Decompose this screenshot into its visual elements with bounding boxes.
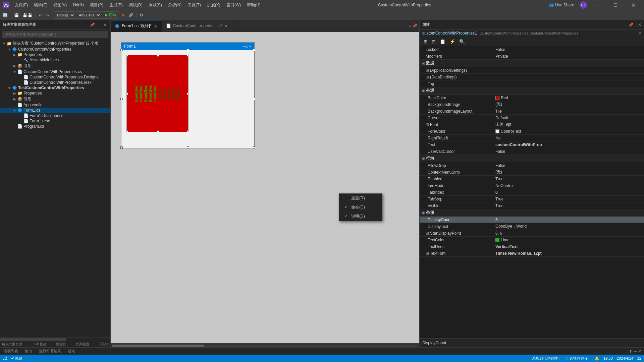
props-alphabetical-button[interactable]: ⊟	[430, 38, 437, 45]
debug-config-select[interactable]: Debug	[54, 11, 75, 19]
form-maximize-btn[interactable]: □	[246, 45, 248, 48]
redo-button[interactable]: ↪	[44, 12, 50, 18]
tab-custom-control[interactable]: 📄 CustomContr...roperties.cs* ✕	[162, 20, 233, 32]
status-select-repo[interactable]: ◇ 选择存储库 ↑	[565, 356, 591, 361]
sidebar-pin-button[interactable]: 📌	[89, 22, 96, 27]
tree-item-ref1[interactable]: ▶ 📦 引用	[0, 63, 110, 69]
save-button[interactable]: 💾	[13, 12, 20, 18]
ctx-menu-description[interactable]: ✓ 说明(D)	[339, 212, 382, 221]
prop-row-textdirect[interactable]: TextDirect VerticalText	[420, 243, 644, 250]
props-categorized-button[interactable]: ⊞	[422, 38, 429, 45]
tree-item-form1resx[interactable]: 📄 Form1.resx	[0, 118, 110, 124]
bottom-expand-icon[interactable]: ⬆	[629, 349, 632, 354]
prop-row-text[interactable]: Text customControlWithProp	[420, 141, 644, 148]
prop-row-tabstop[interactable]: TabStop True	[420, 196, 644, 202]
prop-row-allowdrop[interactable]: AllowDrop False	[420, 162, 644, 169]
bottom-minimize-icon[interactable]: ─	[634, 349, 637, 354]
menu-item-生成[interactable]: 生成(B)	[107, 2, 125, 9]
save-all-button[interactable]: 💾💾	[21, 12, 34, 18]
tree-item-ref2[interactable]: ▶ 📦 引用	[0, 96, 110, 102]
ctx-menu-command[interactable]: ✓ 命令(C)	[339, 203, 382, 212]
props-close-button[interactable]: ✕	[638, 22, 641, 27]
props-group-misc[interactable]: ▣ 杂项	[420, 209, 644, 217]
menu-item-项目[interactable]: 项目(P)	[87, 2, 106, 9]
prop-row-font[interactable]: ⊞Font 宋体, 9pt	[420, 121, 644, 128]
form-window[interactable]: Form1 ─ □ ✕	[121, 42, 255, 149]
menu-item-git[interactable]: Git(G)	[70, 2, 87, 9]
props-group-appearance[interactable]: ▣ 外观	[420, 87, 644, 95]
tree-item-properties2[interactable]: ▶ 📁 Properties	[0, 90, 110, 96]
ctx-menu-reset[interactable]: 重置(R)	[339, 194, 382, 203]
prop-row-databindings[interactable]: ⊞(DataBindings)	[420, 74, 644, 80]
prop-row-forecolor[interactable]: ForeColor ControlText	[420, 128, 644, 135]
menu-item-窗口[interactable]: 窗口(W)	[224, 2, 244, 9]
prop-row-cursor[interactable]: Cursor Default	[420, 115, 644, 121]
tree-item-assemblyinfo[interactable]: 🔧 AssemblyInfo.cs	[0, 57, 110, 63]
menu-item-工具[interactable]: 工具(T)	[185, 2, 203, 9]
design-canvas[interactable]: Form1 ─ □ ✕	[111, 32, 419, 343]
sidebar-search-input[interactable]	[2, 31, 108, 38]
prop-row-enabled[interactable]: Enabled True	[420, 176, 644, 182]
prop-row-tabindex[interactable]: TabIndex 0	[420, 189, 644, 196]
form-minimize-btn[interactable]: ─	[243, 45, 246, 48]
menu-item-调试[interactable]: 调试(D)	[126, 2, 145, 9]
prop-row-imemode[interactable]: ImeMode NoControl	[420, 182, 644, 189]
menu-item-扩展[interactable]: 扩展(X)	[204, 2, 223, 9]
tree-item-appconfig[interactable]: 📄 App.config	[0, 102, 110, 108]
sidebar-minimize-button[interactable]: ─	[97, 22, 102, 27]
sidebar-close-button[interactable]: ✕	[102, 22, 108, 27]
tree-item-form1[interactable]: ▼ 🔷 Form1.cs	[0, 108, 110, 113]
tab-close-button[interactable]: ✕	[154, 23, 158, 29]
stop-button[interactable]: ⏹	[120, 12, 126, 18]
prop-row-backcolor[interactable]: BackColor Red	[420, 95, 644, 101]
bottom-tab-solution[interactable]: 解决方案资源...	[2, 342, 25, 347]
bottom-tab-resview[interactable]: 资源视图	[75, 342, 89, 347]
prop-row-contextmenu[interactable]: ContextMenuStrip (无)	[420, 169, 644, 176]
tree-item-resx1[interactable]: 📄 CustomControlWithProperties.resx	[0, 80, 110, 85]
prop-row-modifiers[interactable]: Modifiers Private	[420, 53, 644, 60]
menu-item-分析[interactable]: 分析(N)	[165, 2, 184, 9]
prop-row-appsettings[interactable]: ⊞(ApplicationSettings)	[420, 67, 644, 74]
tab-close-button[interactable]: ✕	[224, 23, 228, 28]
bottom-tab-errors[interactable]: 错误列表	[0, 348, 21, 354]
bottom-tab-output[interactable]: 输出	[21, 348, 36, 354]
menu-item-视图[interactable]: 视图(V)	[51, 2, 69, 9]
prop-row-righttoleft[interactable]: RightToLeft No	[420, 135, 644, 141]
prop-row-locked[interactable]: Locked False	[420, 46, 644, 53]
tree-item-customcs[interactable]: ▼ 📄 CustomControlWithProperties.cs	[0, 69, 110, 74]
menu-item-测试[interactable]: 测试(S)	[146, 2, 165, 9]
tree-item-project1[interactable]: ▼ 🔷 CustomControlWithProperties	[0, 47, 110, 52]
menu-item-帮助[interactable]: 帮助(H)	[244, 2, 263, 9]
form-close-btn[interactable]: ✕	[249, 45, 252, 48]
bottom-tab-breakpoints[interactable]: 断点	[64, 348, 78, 354]
maximize-button[interactable]: □	[608, 0, 623, 10]
tree-item-properties1[interactable]: ▶ 📁 Properties	[0, 52, 110, 57]
tree-item-project2[interactable]: ▼ 🔷 TestCustomControlWithProperties	[0, 85, 110, 90]
prop-row-displaycount[interactable]: DisplayCount 5	[420, 217, 644, 223]
prop-row-visible[interactable]: Visible True	[420, 202, 644, 209]
props-events-button[interactable]: ⚡	[448, 38, 457, 45]
custom-control[interactable]: GoodBye, GoodBye, GoodBye, GoodBye, Good…	[126, 55, 189, 132]
tree-item-designer[interactable]: 📄 CustomControlWithProperties.Designe	[0, 74, 110, 80]
sidebar-hscroll-thumb[interactable]	[0, 338, 66, 341]
attach-button[interactable]: 🔗	[127, 12, 135, 18]
prop-row-displaytext[interactable]: DisplayText GoodBye，World	[420, 223, 644, 230]
design-surface[interactable]: Form1 ─ □ ✕	[111, 32, 419, 343]
minimize-button[interactable]: ─	[590, 0, 605, 10]
tree-item-programcs[interactable]: 📄 Program.cs	[0, 124, 110, 129]
tree-item-solution[interactable]: ▼ 📁 解决方案 'CustomControlWithProperties' (…	[0, 40, 110, 47]
status-add-to-source[interactable]: ↑ 添加到代码管理 ↑	[529, 356, 561, 361]
prop-row-tag[interactable]: Tag	[420, 80, 644, 87]
prop-row-usewaitcursor[interactable]: UseWaitCursor False	[420, 148, 644, 155]
start-button[interactable]: ▶ 启动	[102, 11, 119, 19]
props-search-button[interactable]: 🔍	[458, 38, 466, 45]
bottom-close-icon[interactable]: ✕	[638, 349, 641, 354]
undo-button[interactable]: ↩	[38, 12, 44, 18]
menu-item-编辑[interactable]: 编辑(E)	[31, 2, 50, 9]
bottom-tab-classview[interactable]: 类视图	[56, 342, 66, 347]
breakpoint-button[interactable]: ⚙	[139, 12, 145, 18]
props-group-behavior[interactable]: ▣ 行为	[420, 155, 644, 162]
prop-row-bgimage[interactable]: BackgroundImage (无)	[420, 101, 644, 108]
props-properties-button[interactable]: 📋	[438, 38, 447, 45]
prop-row-startdisplay[interactable]: ⊞StartDisplayPoint 6, 6	[420, 230, 644, 237]
